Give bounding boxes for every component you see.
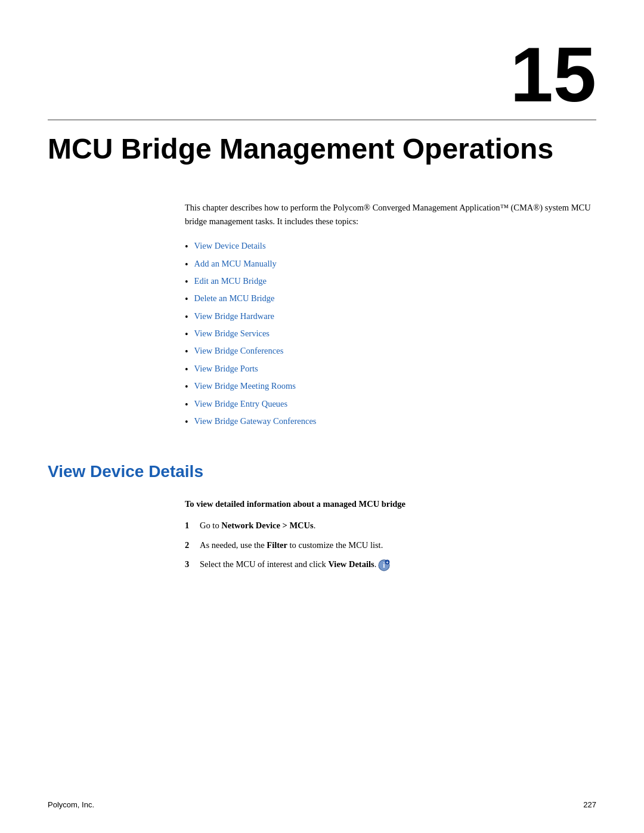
- step-text: As needed, use the Filter to customize t…: [200, 538, 383, 552]
- step-number: 2: [185, 538, 200, 552]
- step-number: 3: [185, 558, 200, 571]
- step-item: 1Go to Network Device > MCUs.: [185, 519, 596, 532]
- topic-list-item: •View Bridge Conferences: [185, 345, 596, 358]
- footer-page-number: 227: [583, 800, 596, 809]
- topic-link[interactable]: View Bridge Gateway Conferences: [194, 415, 317, 428]
- topic-link[interactable]: View Bridge Conferences: [194, 345, 284, 358]
- topic-list-item: •Add an MCU Manually: [185, 258, 596, 271]
- bullet-icon: •: [185, 363, 188, 376]
- topic-list-item: •Edit an MCU Bridge: [185, 275, 596, 289]
- bullet-icon: •: [185, 416, 188, 429]
- step-text: Select the MCU of interest and click Vie…: [200, 558, 390, 571]
- topic-link[interactable]: Edit an MCU Bridge: [194, 275, 267, 288]
- section-content: To view detailed information about a man…: [0, 499, 644, 571]
- footer-company: Polycom, Inc.: [48, 800, 94, 809]
- topic-link[interactable]: View Bridge Services: [194, 327, 270, 340]
- topic-list-item: •View Bridge Services: [185, 327, 596, 341]
- step-text: Go to Network Device > MCUs.: [200, 519, 315, 532]
- topic-list-item: •View Bridge Entry Queues: [185, 398, 596, 411]
- bullet-icon: •: [185, 328, 188, 341]
- bullet-icon: •: [185, 345, 188, 358]
- chapter-title: MCU Bridge Management Operations: [48, 132, 596, 165]
- procedure-title: To view detailed information about a man…: [185, 499, 596, 509]
- topic-link[interactable]: View Bridge Meeting Rooms: [194, 380, 296, 393]
- bullet-icon: •: [185, 258, 188, 271]
- topic-link[interactable]: Delete an MCU Bridge: [194, 292, 275, 305]
- chapter-title-area: MCU Bridge Management Operations: [0, 120, 644, 165]
- topic-list-item: •View Device Details: [185, 240, 596, 253]
- step-number: 1: [185, 519, 200, 532]
- bullet-icon: •: [185, 275, 188, 289]
- bullet-icon: •: [185, 398, 188, 411]
- svg-text:+: +: [386, 560, 389, 565]
- topic-link[interactable]: View Bridge Hardware: [194, 310, 274, 323]
- bullet-icon: •: [185, 293, 188, 306]
- topic-list-item: •View Bridge Ports: [185, 363, 596, 376]
- step-item: 3Select the MCU of interest and click Vi…: [185, 558, 596, 571]
- topic-link[interactable]: View Device Details: [194, 240, 266, 253]
- bullet-icon: •: [185, 240, 188, 253]
- topic-list-item: •View Bridge Hardware: [185, 310, 596, 324]
- topic-list-item: •View Bridge Gateway Conferences: [185, 415, 596, 429]
- topic-link[interactable]: View Bridge Entry Queues: [194, 398, 288, 411]
- view-details-icon: i +: [378, 559, 390, 571]
- steps-list: 1Go to Network Device > MCUs.2As needed,…: [185, 519, 596, 571]
- section-header-area: View Device Details: [0, 432, 644, 481]
- topic-list: •View Device Details•Add an MCU Manually…: [185, 240, 596, 429]
- bullet-icon: •: [185, 311, 188, 324]
- page-footer: Polycom, Inc. 227: [48, 800, 596, 809]
- step-item: 2As needed, use the Filter to customize …: [185, 538, 596, 552]
- page-container: 15 MCU Bridge Management Operations This…: [0, 0, 644, 833]
- section-title: View Device Details: [48, 462, 596, 481]
- intro-text: This chapter describes how to perform th…: [185, 201, 596, 228]
- chapter-number: 15: [510, 31, 596, 118]
- content-area: This chapter describes how to perform th…: [0, 165, 644, 429]
- bullet-icon: •: [185, 380, 188, 394]
- topic-link[interactable]: Add an MCU Manually: [194, 258, 277, 271]
- topic-list-item: •View Bridge Meeting Rooms: [185, 380, 596, 394]
- topic-link[interactable]: View Bridge Ports: [194, 363, 258, 376]
- topic-list-item: •Delete an MCU Bridge: [185, 292, 596, 306]
- chapter-number-area: 15: [0, 0, 644, 119]
